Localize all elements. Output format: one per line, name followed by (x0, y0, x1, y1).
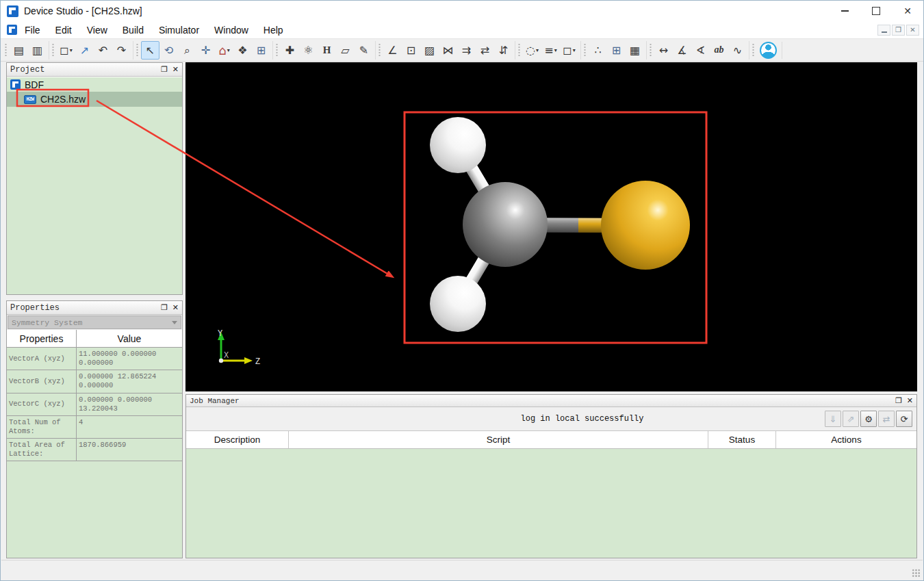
eraser-icon[interactable]: ▱ (336, 41, 355, 60)
total-atoms-value: 4 (77, 416, 182, 438)
axis-z-label: Z (255, 357, 260, 367)
vector-a-value: 11.000000 0.000000 0.000000 (77, 348, 182, 370)
move-fragment-icon[interactable]: ⇉ (457, 41, 476, 60)
draw-bond-icon[interactable]: ✎ (355, 41, 373, 60)
pan-icon[interactable]: ✛ (196, 41, 215, 60)
supercell-icon[interactable]: ⊞ (607, 41, 626, 60)
rotate-icon[interactable]: ⟲ (159, 41, 178, 60)
minimize-button[interactable] (829, 1, 860, 21)
project-tree: BDF HZW CH2S.hzw (7, 77, 182, 294)
add-fragment-icon[interactable]: ⚛ (299, 41, 318, 60)
layout-icon[interactable]: ⊞ (252, 41, 270, 60)
atom-hydrogen-top[interactable] (430, 117, 486, 173)
cluster-icon[interactable]: ∴ (589, 41, 607, 60)
bond-length-icon[interactable]: ↔ (654, 41, 673, 60)
title-bar: Device Studio - [CH2S.hzw] (1, 1, 923, 21)
job-table-body (186, 449, 916, 558)
maximize-button[interactable] (860, 1, 892, 21)
open-project-icon[interactable]: ▤ (10, 41, 28, 60)
job-manager-float-icon[interactable] (895, 396, 902, 405)
project-float-icon[interactable] (161, 65, 168, 74)
menu-edit[interactable]: Edit (48, 23, 79, 38)
close-button[interactable] (892, 1, 923, 21)
job-manager-toolbar: log in local successfully ⇓⇗⚙⇄⟳ (186, 407, 916, 431)
main-area: Y Z X Job Manager log in local successfu… (185, 62, 917, 558)
tree-item-bdf-label: BDF (25, 79, 44, 90)
axis-origin (219, 359, 223, 363)
menu-file[interactable]: File (17, 23, 48, 38)
chevron-down-icon (172, 321, 177, 324)
menu-simulator[interactable]: Simulator (151, 23, 207, 38)
login-status-message: log in local successfully (520, 414, 643, 424)
toolbar-group-file: ▤▥ (2, 41, 49, 60)
table-row: Total Num of Atoms: 4 (7, 416, 182, 439)
menu-view[interactable]: View (79, 23, 115, 38)
symmetry-system-dropdown[interactable]: Symmetry System (8, 315, 181, 329)
column-status: Status (708, 431, 776, 448)
job-manager-close-icon[interactable] (907, 396, 913, 405)
refresh-jobs-icon[interactable]: ⟳ (896, 411, 912, 427)
swap-axis-icon[interactable]: ⇵ (494, 41, 513, 60)
viewport-3d[interactable]: Y Z X (185, 62, 917, 391)
redo-icon[interactable]: ↷ (112, 41, 131, 60)
properties-panel-titlebar: Properties (7, 301, 182, 315)
panel-splitter[interactable] (6, 295, 183, 300)
mdi-restore-button[interactable] (892, 25, 905, 36)
job-manager-buttons: ⇓⇗⚙⇄⟳ (823, 411, 912, 427)
bond-angle-icon[interactable]: ∡ (673, 41, 691, 60)
properties-close-icon[interactable] (172, 303, 179, 312)
toolbar-group-transform: ∠⊡▨⋈⇉⇄⇵ (376, 41, 515, 60)
resize-grip[interactable] (912, 569, 921, 578)
modify-icon[interactable]: ▨ (420, 41, 439, 60)
fit-view-icon[interactable]: ❖ (233, 41, 252, 60)
mdi-minimize-button[interactable] (877, 25, 890, 36)
add-atom-icon[interactable]: ✚ (281, 41, 299, 60)
menu-window[interactable]: Window (207, 23, 256, 38)
properties-float-icon[interactable] (161, 303, 168, 312)
build-cell-icon[interactable]: ⊡ (402, 41, 420, 60)
select-list-icon-dropdown[interactable]: ▾ (554, 47, 557, 53)
user-account-icon[interactable] (760, 42, 777, 59)
bond-style-icon[interactable]: ∿ (728, 41, 747, 60)
project-panel: Project BDF HZW CH2S.hzw (6, 62, 183, 295)
tree-item-bdf[interactable]: BDF (7, 77, 182, 92)
home-icon-dropdown[interactable]: ▾ (227, 47, 230, 53)
lattice-icon[interactable]: ▦ (626, 41, 644, 60)
bdf-project-icon (10, 79, 21, 90)
select-region-icon[interactable]: ◻▾ (560, 41, 578, 60)
measure-icon[interactable]: ∠ (383, 41, 402, 60)
new-file-icon[interactable]: ◻▾ (57, 41, 75, 60)
export-icon[interactable]: ↗ (75, 41, 94, 60)
window-title: Device Studio - [CH2S.hzw] (24, 5, 142, 16)
job-table-header: Description Script Status Actions (186, 431, 916, 449)
properties-table: Properties Value VectorA (xyz) 11.000000… (7, 330, 182, 558)
zoom-icon[interactable]: ⌕ (178, 41, 196, 60)
save-icon[interactable]: ▥ (28, 41, 47, 60)
properties-panel: Properties Symmetry System Properties Va… (6, 300, 183, 558)
project-close-icon[interactable] (172, 65, 179, 74)
select-atom-type-icon-dropdown[interactable]: ▾ (536, 47, 539, 53)
menu-help[interactable]: Help (256, 23, 291, 38)
properties-table-empty-area (7, 461, 182, 558)
select-atom-type-icon[interactable]: ◌▾ (523, 41, 541, 60)
add-hydrogen-icon[interactable]: H (318, 41, 336, 60)
vector-a-label: VectorA (xyz) (7, 348, 77, 370)
atom-hydrogen-bottom[interactable] (430, 276, 486, 332)
atom-sulfur[interactable] (601, 181, 690, 270)
dihedral-icon[interactable]: ∢ (691, 41, 710, 60)
select-list-icon[interactable]: ≡▾ (541, 41, 560, 60)
toolbar-group-edit: ✚⚛H▱✎ (273, 41, 376, 60)
new-file-icon-dropdown[interactable]: ▾ (70, 47, 73, 53)
undo-icon[interactable]: ↶ (94, 41, 112, 60)
atom-carbon[interactable] (463, 182, 548, 267)
select-icon[interactable]: ↖ (141, 41, 159, 60)
swap-element-icon[interactable]: ⇄ (476, 41, 494, 60)
label-icon[interactable]: ab (710, 41, 728, 60)
mdi-close-button[interactable] (906, 25, 919, 36)
job-settings-icon[interactable]: ⚙ (860, 411, 877, 427)
select-region-icon-dropdown[interactable]: ▾ (573, 47, 576, 53)
mirror-icon[interactable]: ⋈ (439, 41, 457, 60)
tree-item-ch2s-file[interactable]: HZW CH2S.hzw (7, 92, 182, 107)
menu-build[interactable]: Build (115, 23, 151, 38)
home-icon[interactable]: ⌂▾ (215, 41, 233, 60)
